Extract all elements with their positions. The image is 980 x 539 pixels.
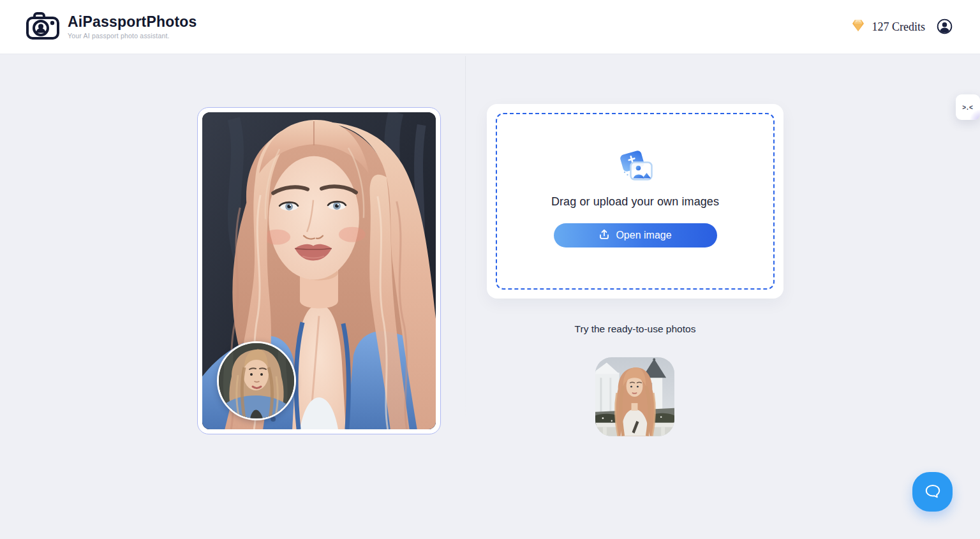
brand-tagline: Your AI passport photo assistant. bbox=[68, 32, 197, 40]
brand[interactable]: AiPassportPhotos Your AI passport photo … bbox=[26, 11, 197, 43]
gem-icon bbox=[850, 18, 866, 36]
chat-bubble-icon bbox=[923, 482, 942, 503]
photo-preview-card bbox=[197, 107, 441, 434]
chat-button[interactable] bbox=[912, 472, 953, 512]
brand-text: AiPassportPhotos Your AI passport photo … bbox=[68, 14, 197, 40]
collapse-panel-tab[interactable]: >.< bbox=[956, 94, 980, 120]
dropzone-heading: Drag or upload your own images bbox=[551, 195, 719, 209]
upload-card: Drag or upload your own images Open imag… bbox=[487, 104, 783, 299]
upload-images-icon bbox=[617, 149, 654, 183]
upload-dropzone[interactable]: Drag or upload your own images Open imag… bbox=[496, 113, 775, 290]
original-photo-inset bbox=[217, 341, 296, 420]
upload-arrow-icon bbox=[598, 228, 610, 242]
header: AiPassportPhotos Your AI passport photo … bbox=[0, 0, 980, 54]
credits-label: 127 Credits bbox=[872, 20, 926, 34]
open-image-button[interactable]: Open image bbox=[554, 223, 717, 247]
original-photo-illustration bbox=[219, 343, 294, 418]
account-button[interactable] bbox=[937, 18, 953, 35]
sample-photo-illustration bbox=[595, 357, 674, 436]
collapse-glyph: >.< bbox=[962, 104, 973, 111]
account-icon bbox=[937, 18, 953, 35]
sample-photo-thumbnail[interactable] bbox=[595, 357, 674, 436]
brand-name: AiPassportPhotos bbox=[68, 14, 197, 30]
generated-portrait-preview bbox=[202, 112, 436, 429]
open-image-label: Open image bbox=[616, 230, 671, 241]
camera-logo-icon bbox=[26, 11, 60, 43]
page: AiPassportPhotos Your AI passport photo … bbox=[0, 0, 980, 539]
credits-badge[interactable]: 127 Credits bbox=[850, 18, 926, 36]
samples-heading: Try the ready-to-use photos bbox=[487, 323, 783, 335]
header-right: 127 Credits bbox=[850, 18, 954, 36]
vertical-divider bbox=[465, 56, 466, 423]
